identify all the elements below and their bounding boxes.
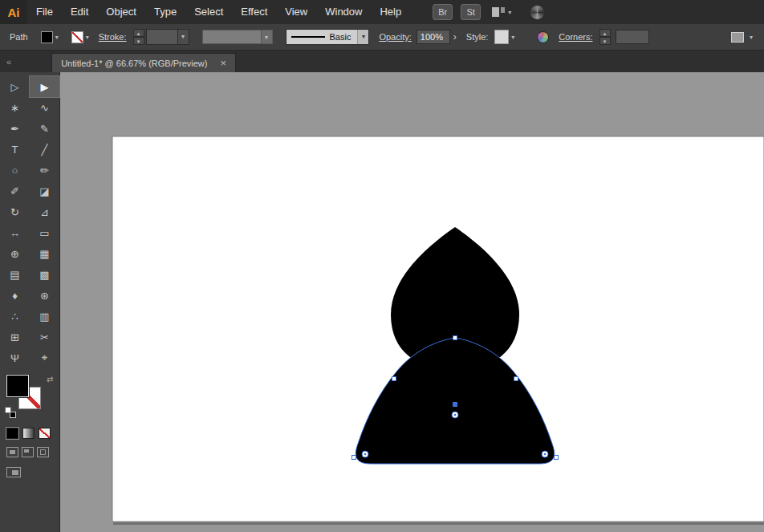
change-screen-mode-button[interactable] bbox=[6, 467, 21, 477]
anchor-point[interactable] bbox=[555, 456, 559, 460]
type-tool[interactable]: T bbox=[0, 139, 30, 160]
anchor-point[interactable] bbox=[352, 456, 356, 460]
workspace-layout-icon bbox=[492, 7, 505, 17]
document-tab-title: Untitled-1* @ 66.67% (RGB/Preview) bbox=[61, 59, 207, 68]
chevron-down-icon: ▾ bbox=[261, 30, 272, 43]
menu-edit[interactable]: Edit bbox=[62, 0, 97, 24]
lasso-tool[interactable]: ∿ bbox=[30, 97, 59, 118]
stroke-weight-combobox[interactable]: ▾ bbox=[146, 29, 189, 45]
corners-input[interactable] bbox=[616, 30, 649, 44]
blend-tool[interactable]: ⊛ bbox=[30, 285, 59, 306]
anchor-point[interactable] bbox=[453, 403, 457, 407]
artboard-shadow bbox=[113, 522, 764, 525]
workspace-switcher[interactable]: ▾ bbox=[492, 7, 511, 17]
symbol-sprayer-tool[interactable]: ∴ bbox=[0, 306, 30, 327]
anchor-point[interactable] bbox=[514, 377, 518, 381]
stroke-weight-stepper[interactable]: ▴ ▾ bbox=[133, 29, 144, 45]
corners-stepper[interactable]: ▴ ▾ bbox=[599, 29, 611, 45]
stock-button[interactable]: St bbox=[461, 4, 481, 20]
chevron-down-icon[interactable]: ▾ bbox=[55, 34, 59, 41]
shape-builder-tool[interactable]: ⊕ bbox=[0, 243, 30, 264]
direct-selection-tool[interactable]: ▶ bbox=[30, 76, 59, 97]
chevron-down-icon[interactable]: ▾ bbox=[177, 30, 189, 44]
collapse-panel-icon[interactable]: « bbox=[6, 57, 11, 67]
graphic-style-swatch[interactable] bbox=[494, 30, 509, 44]
eraser-tool[interactable]: ◪ bbox=[30, 181, 59, 201]
selection-tool[interactable]: ▷ bbox=[0, 76, 30, 97]
fill-swatch[interactable] bbox=[6, 375, 29, 397]
document-tab[interactable]: Untitled-1* @ 66.67% (RGB/Preview) × bbox=[51, 53, 236, 72]
gradient-button[interactable] bbox=[22, 428, 35, 439]
hand-tool[interactable]: Ψ bbox=[0, 347, 30, 368]
menu-effect[interactable]: Effect bbox=[232, 0, 276, 24]
bridge-button[interactable]: Br bbox=[433, 4, 453, 20]
stepper-down-icon[interactable]: ▾ bbox=[599, 37, 611, 45]
draw-mode-row bbox=[6, 447, 59, 457]
chevron-down-icon[interactable]: ▾ bbox=[86, 34, 89, 41]
perspective-grid-tool[interactable]: ▦ bbox=[30, 243, 59, 264]
swap-fill-stroke-icon[interactable]: ⇄ bbox=[47, 375, 53, 384]
brush-definition-combobox[interactable]: Basic ▾ bbox=[286, 29, 370, 45]
menu-type[interactable]: Type bbox=[145, 0, 185, 24]
gradient-tool[interactable]: ▩ bbox=[30, 264, 59, 285]
menu-file[interactable]: File bbox=[27, 0, 62, 24]
rotate-tool[interactable]: ↻ bbox=[0, 201, 30, 222]
menu-window[interactable]: Window bbox=[316, 0, 371, 24]
close-icon[interactable]: × bbox=[220, 57, 226, 69]
brush-definition-value: Basic bbox=[330, 32, 352, 42]
zoom-tool[interactable]: ⌖ bbox=[30, 347, 59, 368]
corner-widget-dot bbox=[364, 453, 367, 456]
none-button[interactable] bbox=[39, 428, 51, 439]
stepper-up-icon[interactable]: ▴ bbox=[133, 29, 144, 37]
chevron-down-icon[interactable]: ▾ bbox=[511, 34, 514, 41]
menu-select[interactable]: Select bbox=[185, 0, 232, 24]
eyedropper-tool[interactable]: ♦ bbox=[0, 285, 30, 306]
color-button[interactable] bbox=[6, 428, 18, 439]
stepper-up-icon[interactable]: ▴ bbox=[599, 29, 611, 37]
menu-bar: Ai File Edit Object Type Select Effect V… bbox=[0, 0, 764, 24]
menu-view[interactable]: View bbox=[276, 0, 316, 24]
magic-wand-tool[interactable]: ∗ bbox=[0, 97, 30, 118]
stroke-preview-line bbox=[291, 36, 325, 38]
chevron-down-icon[interactable]: ▾ bbox=[750, 34, 753, 41]
draw-normal-button[interactable] bbox=[6, 447, 18, 457]
corner-widget-dot bbox=[454, 414, 457, 416]
corners-label[interactable]: Corners: bbox=[559, 32, 592, 42]
draw-inside-button[interactable] bbox=[37, 447, 49, 457]
paintbrush-tool[interactable]: ✏ bbox=[30, 160, 59, 181]
pen-tool[interactable]: ✒ bbox=[0, 118, 30, 139]
menu-help[interactable]: Help bbox=[371, 0, 410, 24]
free-transform-tool[interactable]: ▭ bbox=[30, 222, 59, 243]
fill-color-swatch[interactable] bbox=[41, 31, 53, 43]
curvature-tool[interactable]: ✎ bbox=[30, 118, 59, 139]
canvas-area[interactable] bbox=[60, 72, 764, 532]
chevron-down-icon[interactable]: ▾ bbox=[357, 30, 368, 44]
stepper-down-icon[interactable]: ▾ bbox=[133, 37, 144, 45]
width-tool[interactable]: ↔ bbox=[0, 222, 30, 243]
canvas-svg[interactable] bbox=[60, 72, 764, 532]
ellipse-tool[interactable]: ○ bbox=[0, 160, 30, 181]
column-graph-tool[interactable]: ▥ bbox=[30, 306, 59, 327]
recolor-artwork-icon[interactable] bbox=[537, 31, 549, 43]
menu-object[interactable]: Object bbox=[97, 0, 145, 24]
stroke-label[interactable]: Stroke: bbox=[99, 32, 127, 42]
artboard-tool[interactable]: ⊞ bbox=[0, 327, 30, 347]
opacity-input[interactable]: 100% bbox=[417, 30, 450, 44]
default-fill-stroke-icon[interactable] bbox=[5, 407, 16, 418]
anchor-point[interactable] bbox=[453, 336, 457, 340]
anchor-point[interactable] bbox=[392, 377, 396, 381]
artboard-options[interactable]: ▾ bbox=[731, 32, 753, 43]
draw-behind-button[interactable] bbox=[22, 447, 34, 457]
scale-tool[interactable]: ⊿ bbox=[30, 201, 59, 222]
line-segment-tool[interactable]: ╱ bbox=[30, 139, 59, 160]
chevron-right-icon[interactable]: › bbox=[453, 31, 457, 43]
control-bar: Path ▾ ▾ Stroke: ▴ ▾ ▾ ▾ Basic ▾ Opacity… bbox=[0, 24, 764, 51]
fill-stroke-indicator: ⇄ bbox=[5, 375, 59, 420]
stroke-weight-value[interactable] bbox=[147, 30, 177, 44]
mesh-tool[interactable]: ▤ bbox=[0, 264, 30, 285]
sync-settings-icon[interactable] bbox=[530, 6, 544, 19]
stroke-color-swatch[interactable] bbox=[71, 31, 83, 43]
opacity-label[interactable]: Opacity: bbox=[379, 32, 411, 42]
slice-tool[interactable]: ✂ bbox=[30, 327, 59, 347]
pencil-tool[interactable]: ✐ bbox=[0, 181, 30, 201]
